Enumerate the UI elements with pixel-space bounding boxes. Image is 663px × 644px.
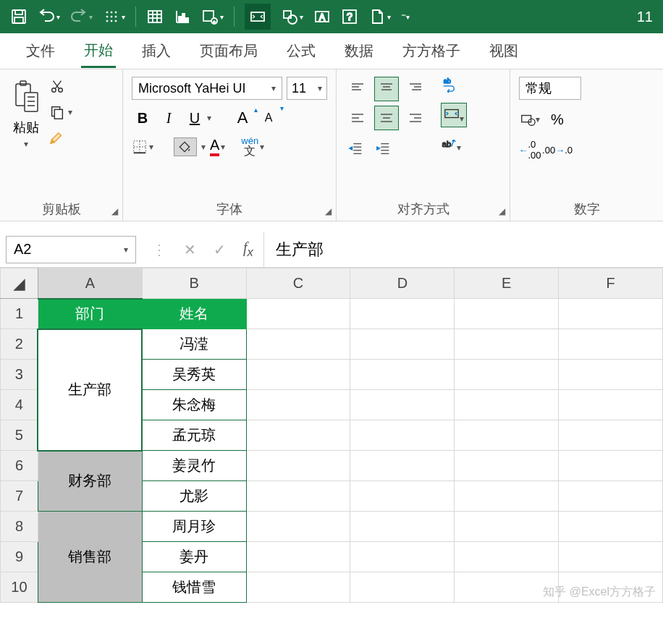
qat-table-icon[interactable] [146,8,164,25]
row-header[interactable]: 5 [1,420,38,451]
qat-chart-icon[interactable] [174,8,191,25]
bold-button[interactable]: B [132,107,153,129]
group-clipboard: 粘贴 ▾ ▾ 剪贴板 ◢ [0,69,123,221]
indent-decrease-button[interactable] [345,137,367,159]
align-top-left[interactable] [345,77,370,101]
row-header[interactable]: 7 [1,481,38,512]
fill-color-button[interactable] [174,137,197,156]
column-header-a[interactable]: A [38,268,142,299]
cut-button[interactable] [49,78,72,94]
align-left[interactable] [345,106,370,130]
font-size-select[interactable]: 11▾ [287,77,327,100]
paste-dropdown[interactable]: ▾ [24,139,28,149]
paste-icon[interactable] [12,80,41,116]
clipboard-launcher-icon[interactable]: ◢ [111,206,118,216]
decrease-font-button[interactable]: A▾ [258,107,279,129]
fx-icon[interactable]: fx [243,240,253,260]
increase-decimal-button[interactable]: .00→.0 [546,139,568,161]
column-header-d[interactable]: D [350,268,455,299]
increase-font-button[interactable]: A▴ [232,107,253,129]
format-painter-button[interactable] [49,130,72,146]
group-align-label: 对齐方式 [345,196,501,218]
tab-view[interactable]: 视图 [486,35,521,67]
cell-name[interactable]: 冯滢 [142,329,246,360]
row-header[interactable]: 2 [1,329,38,360]
svg-rect-33 [20,81,26,85]
cell-name[interactable]: 钱惜雪 [142,572,246,603]
font-launcher-icon[interactable]: ◢ [325,206,332,216]
column-header-b[interactable]: B [142,268,246,299]
cell-name[interactable]: 尤影 [142,481,246,512]
cell-dept-2[interactable]: 财务部 [38,451,142,512]
cell-dept-1[interactable]: 生产部 [38,329,142,451]
tab-pagelayout[interactable]: 页面布局 [197,35,261,67]
align-center[interactable] [374,106,399,130]
row-header[interactable]: 10 [1,572,38,603]
italic-button[interactable]: I [158,107,180,129]
row-header[interactable]: 9 [1,542,38,572]
column-header-f[interactable]: F [559,268,663,299]
column-header-c[interactable]: C [246,268,350,299]
qat-doc-icon[interactable]: ▾ [368,8,391,25]
merge-center-button[interactable]: ▾ [441,103,467,127]
qat-grid-icon[interactable]: ▾ [103,8,125,25]
formula-input[interactable]: 生产部 [263,232,663,267]
svg-point-11 [115,20,117,22]
qat-help-icon[interactable]: ? [341,8,358,25]
quick-access-toolbar: ▾ ▾ ▾ +▾ ▾ A ? ▾ ⁼▾ 11 [0,0,663,33]
indent-increase-button[interactable] [373,137,394,159]
number-format-select[interactable]: 常规 [519,77,581,100]
qat-textbox-icon[interactable]: A [313,8,331,25]
enter-formula-icon[interactable]: ✓ [214,241,226,258]
tab-insert[interactable]: 插入 [139,35,174,67]
font-color-button[interactable]: A▾ [210,137,225,156]
cell-name[interactable]: 吴秀英 [142,360,246,390]
qat-merge-icon[interactable] [245,4,271,30]
name-box[interactable]: A2▾ [6,236,136,263]
accounting-format-button[interactable]: ▾ [519,109,541,130]
row-header[interactable]: 8 [1,512,38,542]
row-header[interactable]: 3 [1,360,38,390]
header-dept[interactable]: 部门 [38,299,142,329]
qat-shape-icon[interactable]: ▾ [281,8,303,25]
orientation-button[interactable]: ab▾ [441,135,467,153]
tab-file[interactable]: 文件 [23,35,58,67]
tab-ffgz[interactable]: 方方格子 [400,35,463,67]
phonetic-button[interactable]: wén文▾ [241,136,264,157]
align-top-center[interactable] [374,77,399,101]
underline-button[interactable]: U [184,107,206,129]
save-icon[interactable] [10,8,28,25]
cell-dept-3[interactable]: 销售部 [38,512,142,603]
qat-overflow-icon[interactable]: ⁼▾ [401,11,410,22]
tab-data[interactable]: 数据 [342,35,376,67]
align-top-right[interactable] [403,77,428,101]
decrease-decimal-button[interactable]: ←.0.00 [519,139,541,161]
cell-name[interactable]: 姜灵竹 [142,451,246,481]
column-header-e[interactable]: E [455,268,559,299]
align-launcher-icon[interactable]: ◢ [499,206,505,216]
tab-formulas[interactable]: 公式 [284,35,318,67]
borders-button[interactable]: ▾ [132,139,153,155]
row-header[interactable]: 6 [1,451,38,481]
cell-name[interactable]: 朱念梅 [142,390,246,420]
align-right[interactable] [403,106,428,130]
tab-home[interactable]: 开始 [81,35,116,68]
font-name-select[interactable]: Microsoft YaHei UI▾ [132,77,282,100]
row-header[interactable]: 4 [1,390,38,420]
copy-button[interactable]: ▾ [49,104,72,120]
cell-name[interactable]: 姜丹 [142,542,246,572]
row-header[interactable]: 1 [1,299,38,329]
svg-rect-12 [148,11,161,22]
paste-label[interactable]: 粘贴 [13,119,39,136]
header-name[interactable]: 姓名 [142,299,246,329]
qat-filter-icon[interactable]: +▾ [201,8,224,25]
select-all-corner[interactable]: ◢ [1,268,38,299]
undo-button[interactable]: ▾ [38,8,60,25]
cell-name[interactable]: 孟元琼 [142,420,246,451]
cancel-formula-icon[interactable]: ✕ [184,241,196,258]
cell-name[interactable]: 周月珍 [142,512,246,542]
wrap-text-button[interactable]: ab [441,77,467,96]
worksheet[interactable]: ◢ A B C D E F 1部门姓名 2生产部冯滢 3吴秀英 4朱念梅 5孟元… [0,268,663,603]
redo-button[interactable]: ▾ [70,8,93,25]
percent-button[interactable]: % [546,109,568,130]
